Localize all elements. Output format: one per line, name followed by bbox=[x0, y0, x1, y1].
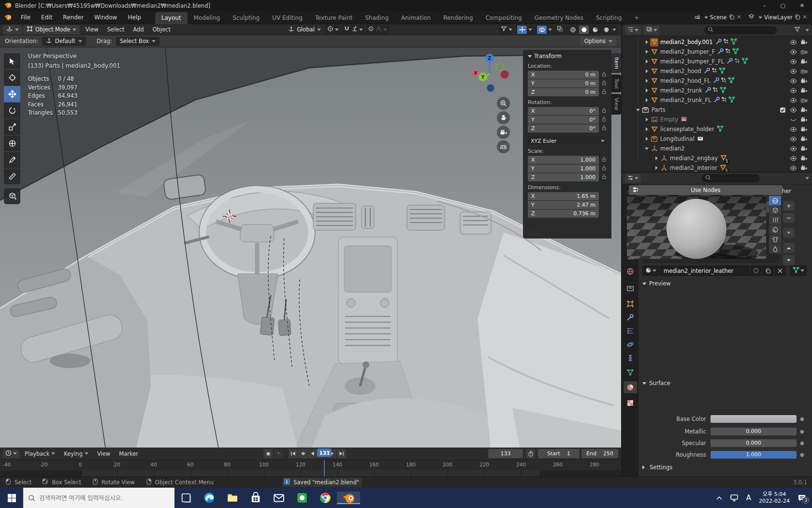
taskbar-clock[interactable]: 오후 5:04 2022-02-24 bbox=[759, 491, 790, 505]
menu-file[interactable]: File bbox=[15, 11, 36, 24]
unlink-material-icon[interactable] bbox=[774, 266, 785, 276]
disable-render-toggle[interactable] bbox=[799, 58, 808, 65]
scale-z-field[interactable]: Z1.000 bbox=[528, 173, 599, 181]
folder-taskbar-icon[interactable] bbox=[221, 492, 244, 504]
expander-icon[interactable] bbox=[635, 109, 641, 111]
timeline-tracks[interactable] bbox=[0, 470, 621, 477]
dimensions-y-field[interactable]: Y2.47 m bbox=[528, 201, 599, 209]
specular-field[interactable]: 0.000 bbox=[710, 439, 797, 447]
preview-type-cloth-button[interactable] bbox=[769, 235, 781, 244]
jump-to-start-button[interactable] bbox=[289, 449, 298, 458]
expander-icon[interactable] bbox=[643, 148, 650, 150]
outliner-row[interactable]: Parts bbox=[622, 105, 812, 115]
playhead[interactable]: 133 bbox=[317, 448, 332, 457]
timeline-editor-type-button[interactable] bbox=[3, 449, 19, 458]
rotate-tool-button[interactable] bbox=[4, 103, 20, 119]
rotation-z-field[interactable]: Z0° bbox=[528, 124, 599, 133]
workspace-tab-scripting[interactable]: Scripting bbox=[590, 12, 628, 24]
object-properties-tab[interactable] bbox=[624, 298, 637, 310]
outliner-row[interactable]: median2_bumper_F_FL bbox=[622, 57, 812, 66]
menu-window[interactable]: Window bbox=[89, 11, 122, 24]
outliner-row[interactable]: median2_engbay5 bbox=[622, 153, 812, 163]
scale-x-field[interactable]: X1.000 bbox=[528, 156, 599, 164]
chrome-taskbar-icon[interactable] bbox=[314, 492, 337, 504]
expander-icon[interactable] bbox=[653, 166, 660, 170]
gizmos-toggle[interactable] bbox=[515, 25, 534, 34]
remove-slot-button[interactable]: − bbox=[783, 213, 795, 223]
workspace-tab-texture-paint[interactable]: Texture Paint bbox=[309, 12, 359, 24]
particles-properties-tab[interactable] bbox=[624, 325, 637, 337]
outliner-item-label[interactable]: Parts bbox=[652, 106, 666, 113]
location-x-field[interactable]: X0 m bbox=[528, 71, 599, 79]
collection-checkbox[interactable] bbox=[778, 107, 787, 113]
workspace-tab-uv-editing[interactable]: UV Editing bbox=[266, 12, 309, 24]
outliner-search-input[interactable] bbox=[704, 26, 777, 34]
filter-icon[interactable] bbox=[794, 26, 800, 34]
orientation-value-dropdown[interactable]: Default bbox=[42, 37, 86, 46]
expander-icon[interactable] bbox=[653, 156, 660, 160]
outliner-row[interactable]: median2_body.001 bbox=[622, 37, 812, 47]
drag-mode-dropdown[interactable]: Select Box bbox=[116, 37, 160, 46]
workspace-tab-animation[interactable]: Animation bbox=[395, 12, 437, 24]
workspace-tab-layout[interactable]: Layout bbox=[155, 12, 188, 24]
location-z-field[interactable]: Z0 m bbox=[528, 88, 599, 96]
material-name-field[interactable]: median2_interior_leather bbox=[660, 266, 749, 276]
use-nodes-button[interactable]: Use Nodes bbox=[629, 185, 783, 195]
outliner-item-label[interactable]: Empty bbox=[660, 116, 678, 123]
transform-tool-button[interactable] bbox=[4, 135, 20, 151]
use-preview-range-button[interactable] bbox=[526, 449, 535, 458]
disable-render-toggle[interactable] bbox=[799, 145, 808, 152]
viewport-menu-view[interactable]: View bbox=[81, 26, 102, 33]
properties-search-input[interactable] bbox=[702, 174, 760, 182]
rotation-x-field[interactable]: X0° bbox=[528, 107, 599, 115]
outliner-options-chevron[interactable] bbox=[805, 29, 809, 31]
workspace-tab-sculpting[interactable]: Sculpting bbox=[226, 12, 266, 24]
outliner-row[interactable]: median2_trunk_FL bbox=[622, 95, 812, 105]
scale-tool-button[interactable] bbox=[4, 119, 20, 135]
delete-viewlayer-icon[interactable] bbox=[802, 14, 807, 21]
options-dropdown[interactable]: Options bbox=[580, 37, 616, 46]
lock-icon[interactable] bbox=[601, 165, 608, 173]
lock-icon[interactable] bbox=[601, 80, 608, 88]
maximize-button[interactable]: ▢ bbox=[780, 2, 785, 9]
collection-properties-tab[interactable] bbox=[624, 282, 637, 294]
blender-menu-icon[interactable] bbox=[0, 13, 15, 22]
outliner-editor-type-button[interactable] bbox=[625, 26, 641, 34]
expander-icon[interactable] bbox=[643, 40, 650, 44]
rotation-mode-dropdown[interactable]: XYZ Euler bbox=[528, 136, 608, 145]
scale-y-field[interactable]: Y1.000 bbox=[528, 164, 599, 173]
outliner-item-label[interactable]: median2_trunk bbox=[660, 87, 702, 94]
base-color-field[interactable] bbox=[710, 415, 797, 423]
end-frame-field[interactable]: End250 bbox=[581, 449, 618, 458]
disable-render-toggle[interactable] bbox=[799, 97, 808, 104]
hidden-icons-chevron[interactable] bbox=[716, 496, 722, 500]
edge-taskbar-icon[interactable] bbox=[198, 492, 221, 504]
lock-icon[interactable] bbox=[601, 156, 608, 164]
rotation-y-field[interactable]: Y0° bbox=[528, 116, 599, 124]
task-view-taskbar-icon[interactable] bbox=[174, 493, 198, 503]
outliner-item-label[interactable]: median2_bumper_F bbox=[660, 48, 715, 55]
viewport-menu-object[interactable]: Object bbox=[148, 26, 175, 33]
outliner-row[interactable]: Empty bbox=[622, 115, 812, 124]
start-frame-field[interactable]: Start1 bbox=[538, 449, 580, 458]
auto-keying-dropdown[interactable] bbox=[274, 449, 283, 458]
viewport-menu-add[interactable]: Add bbox=[129, 26, 148, 33]
auto-keying-button[interactable] bbox=[263, 449, 273, 458]
hide-viewport-toggle[interactable] bbox=[789, 145, 798, 152]
expander-icon[interactable] bbox=[643, 89, 650, 92]
new-viewlayer-icon[interactable] bbox=[795, 14, 800, 21]
current-frame-field[interactable]: 133 bbox=[488, 449, 523, 458]
metallic-field[interactable]: 0.000 bbox=[710, 428, 797, 435]
disable-render-toggle[interactable] bbox=[799, 155, 808, 162]
cursor-tool-button[interactable] bbox=[4, 70, 20, 86]
rendered-shading-button[interactable] bbox=[601, 26, 611, 34]
outliner-row[interactable]: median2_trunk bbox=[622, 86, 812, 95]
expander-icon[interactable] bbox=[643, 98, 650, 102]
viewlayer-selector[interactable]: ViewLayer bbox=[748, 14, 807, 21]
timeline-menu-keying[interactable]: Keying bbox=[59, 450, 93, 457]
expander-icon[interactable] bbox=[643, 69, 650, 73]
dimensions-z-field[interactable]: Z0.736 m bbox=[528, 209, 599, 218]
location-y-field[interactable]: Y0 m bbox=[528, 79, 599, 88]
lock-icon[interactable] bbox=[601, 107, 608, 115]
material-properties-tab[interactable] bbox=[624, 381, 637, 393]
